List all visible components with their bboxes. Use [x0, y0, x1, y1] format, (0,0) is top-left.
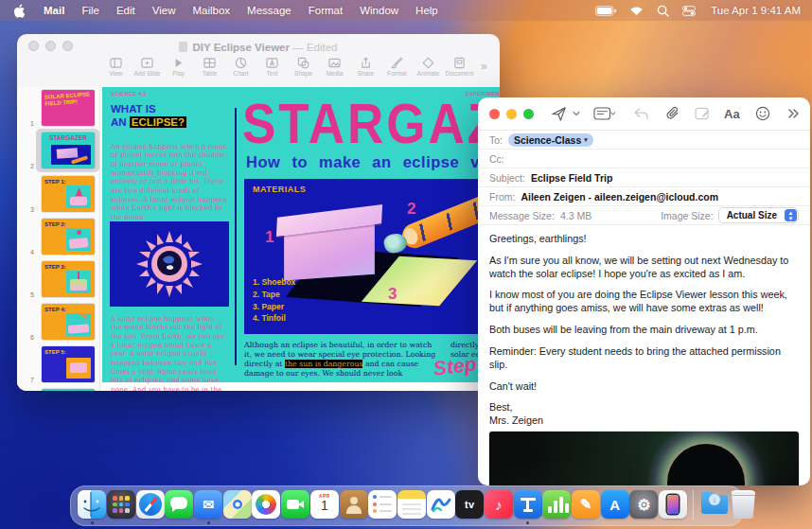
zoom-button[interactable] — [62, 41, 73, 51]
menu-edit[interactable]: Edit — [108, 5, 144, 16]
dock-reminders[interactable] — [368, 490, 397, 524]
eclipse-heading: WHAT IS AN ECLIPSE? — [111, 102, 186, 130]
menu-help[interactable]: Help — [407, 5, 447, 16]
table-button[interactable]: Table — [194, 57, 225, 77]
message-body[interactable]: Greetings, earthlings! As I'm sure you a… — [478, 225, 810, 428]
eclipse-photo-attachment[interactable] — [489, 432, 799, 485]
slide-thumbnail-7[interactable]: 7 STEP 5: — [17, 344, 100, 386]
menu-mail[interactable]: Mail — [35, 5, 73, 16]
add-slide-button[interactable]: Add Slide — [132, 57, 163, 77]
dock-tv[interactable]: tv — [455, 490, 484, 524]
slide-title: STARGAZER — [242, 91, 500, 155]
send-options-button[interactable] — [573, 111, 580, 116]
minimize-button[interactable] — [45, 41, 56, 51]
battery-icon[interactable] — [595, 6, 616, 16]
dock-safari[interactable] — [136, 490, 165, 524]
subject-field[interactable]: Subject: Eclipse Field Trip — [478, 168, 810, 187]
dock-music[interactable]: ♪ — [485, 490, 513, 524]
view-button[interactable]: View — [100, 57, 132, 77]
footer-paragraph-left: Although an eclipse is beautiful, in ord… — [244, 341, 441, 379]
recipient-token[interactable]: Science-Class▾ — [508, 133, 593, 147]
animate-button[interactable]: Animate — [413, 57, 444, 77]
eclipse-paragraph-2: A solar eclipse happens when the moon bl… — [111, 314, 228, 391]
slide-thumbnail-3[interactable]: 3 STEP 1: — [17, 174, 100, 216]
media-button[interactable]: Media — [319, 57, 350, 77]
thumbnail-title: STEP 5: — [42, 346, 95, 359]
slide-thumbnail-5[interactable]: 5 STEP 3: — [17, 259, 100, 301]
dock-settings[interactable]: ⚙ — [629, 490, 658, 524]
slide-thumbnail-1[interactable]: 1 SOLAR ECLIPSE FIELD TRIP! — [17, 88, 100, 130]
slide-thumbnail-4[interactable]: 4 STEP 2: — [17, 217, 100, 258]
thumbnail-title: DID YOU KNOW — [42, 389, 95, 391]
format-button[interactable]: Format — [381, 57, 413, 77]
slide-thumbnail-2-selected[interactable]: 2 STARGAZER — [17, 131, 100, 172]
size-row: Message Size: 4.3 MB Image Size: Actual … — [478, 206, 810, 225]
format-button[interactable]: Aa — [724, 107, 740, 121]
dock-notes[interactable] — [397, 490, 426, 524]
column-divider — [235, 108, 237, 365]
slide-thumbnail-6[interactable]: 6 STEP 4: — [17, 302, 100, 344]
menu-clock[interactable]: Tue Apr 1 9:41 AM — [711, 5, 801, 16]
emoji-button[interactable] — [755, 106, 770, 121]
play-button[interactable]: Play — [163, 57, 194, 77]
menu-mailbox[interactable]: Mailbox — [184, 5, 238, 16]
text-button[interactable]: Text — [256, 57, 288, 77]
dock-contacts[interactable] — [340, 490, 368, 524]
chart-button[interactable]: Chart — [225, 57, 256, 77]
share-button[interactable]: Share — [350, 57, 381, 77]
cc-field[interactable]: Cc: — [478, 150, 810, 168]
document-button[interactable]: Document — [444, 57, 475, 77]
dock-facetime[interactable] — [281, 490, 309, 524]
dock-finder[interactable] — [78, 490, 106, 524]
slide-navigator: 1 SOLAR ECLIPSE FIELD TRIP! 2 STARGAZER — [17, 87, 100, 391]
menu-window[interactable]: Window — [351, 5, 407, 16]
header-fields-button[interactable] — [593, 107, 616, 120]
menu-message[interactable]: Message — [238, 5, 300, 16]
chevron-down-icon — [573, 111, 580, 116]
dock-keynote[interactable] — [514, 490, 542, 524]
materials-list: 1. Shoebox 2. Tape 3. Paper 4. Tinfoil — [253, 276, 295, 325]
reply-button[interactable] — [633, 108, 649, 120]
dock-downloads[interactable]: ↓ — [700, 490, 729, 524]
to-field[interactable]: To: Science-Class▾ — [478, 131, 810, 150]
media-icon — [328, 57, 341, 69]
minimize-button[interactable] — [506, 109, 517, 119]
dock-iphone-mirroring[interactable] — [659, 490, 687, 524]
toolbar-more-button[interactable] — [787, 109, 799, 118]
zoom-button[interactable] — [523, 109, 534, 119]
attach-button[interactable] — [666, 106, 680, 121]
dock-mail[interactable]: ✉ — [194, 490, 222, 524]
close-button[interactable] — [489, 109, 500, 119]
slide-canvas[interactable]: SCIENCE 4.2 EXPERIMENT #11 WHAT IS AN EC… — [100, 87, 500, 391]
close-button[interactable] — [28, 41, 39, 51]
from-field[interactable]: From: Aileen Zeigen - aileen.zeigen@iclo… — [478, 187, 810, 206]
running-indicator — [91, 521, 94, 524]
dock-pages[interactable]: ✎ — [572, 490, 600, 524]
send-button[interactable] — [551, 106, 567, 122]
dock-maps[interactable] — [223, 490, 252, 524]
dock-messages[interactable] — [165, 490, 193, 524]
dock-launchpad[interactable] — [107, 490, 135, 524]
search-icon[interactable] — [657, 5, 669, 17]
slide-thumbnail-8[interactable]: DID YOU KNOW — [17, 387, 100, 391]
materials-box: MATERIALS 1 2 3 4 1. Shoebox 2. T — [244, 179, 500, 334]
dock-calendar[interactable]: APR1 — [310, 490, 339, 524]
dock-numbers[interactable] — [542, 490, 571, 524]
dock-appstore[interactable]: A — [601, 490, 629, 524]
toolbar-overflow-button[interactable]: » — [481, 57, 487, 73]
wifi-icon[interactable] — [629, 6, 644, 16]
dock-freeform[interactable] — [427, 490, 455, 524]
shape-button[interactable]: Shape — [288, 57, 319, 77]
image-size-select[interactable]: Actual Size ▲▼ — [718, 207, 799, 223]
document-icon — [453, 57, 466, 69]
markup-button[interactable] — [695, 107, 711, 121]
dock-trash[interactable] — [729, 490, 757, 524]
menu-format[interactable]: Format — [300, 5, 351, 16]
menu-view[interactable]: View — [144, 5, 185, 16]
dock-photos[interactable] — [252, 490, 280, 524]
thumbnail-title: SOLAR ECLIPSE FIELD TRIP! — [42, 90, 95, 110]
slide-stargazer: SCIENCE 4.2 EXPERIMENT #11 WHAT IS AN EC… — [102, 87, 500, 382]
menu-file[interactable]: File — [73, 5, 108, 16]
apple-menu-icon[interactable] — [13, 4, 26, 18]
control-center-icon[interactable] — [682, 6, 696, 16]
